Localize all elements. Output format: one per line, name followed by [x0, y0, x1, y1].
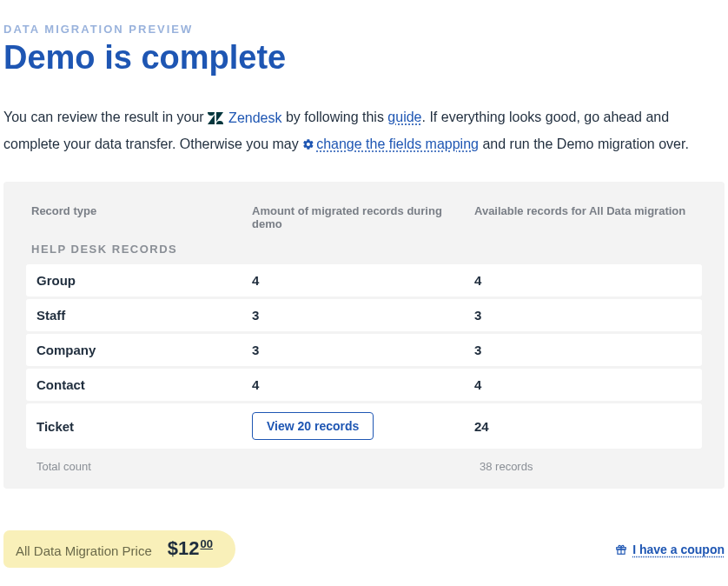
- price-value: $1200: [168, 537, 213, 560]
- coupon-link[interactable]: I have a coupon: [615, 543, 725, 556]
- desc-text-4: and run the Demo migration over.: [482, 137, 688, 151]
- table-row: Company33: [26, 334, 702, 366]
- description-paragraph: You can review the result in your Zendes…: [0, 97, 728, 178]
- price-currency: $: [168, 538, 178, 560]
- platform-link[interactable]: Zendesk: [228, 105, 281, 131]
- gift-icon: [615, 543, 627, 556]
- price-label: All Data Migration Price: [16, 543, 152, 558]
- row-amount: 3: [252, 308, 474, 323]
- table-header: Record type Amount of migrated records d…: [26, 201, 702, 243]
- table-row-ticket: Ticket View 20 records 24: [26, 403, 702, 449]
- guide-link[interactable]: guide: [387, 110, 421, 124]
- change-mapping-link[interactable]: change the fields mapping: [316, 137, 479, 151]
- total-row: Total count 38 records: [26, 451, 702, 473]
- platform-badge: Zendesk: [208, 105, 281, 131]
- price-cents: 00: [200, 537, 212, 550]
- row-type: Company: [31, 343, 252, 357]
- table-row: Staff33: [26, 299, 702, 331]
- row-available: 24: [474, 419, 697, 434]
- row-type: Contact: [31, 377, 252, 392]
- coupon-text: I have a coupon: [632, 543, 725, 556]
- row-amount: View 20 records: [252, 412, 474, 440]
- total-label: Total count: [36, 460, 257, 473]
- price-row: All Data Migration Price $1200 I have a …: [0, 530, 728, 567]
- desc-text-2: by following this: [286, 110, 384, 124]
- price-whole: 12: [178, 538, 199, 560]
- page-eyebrow: DATA MIGRATION PREVIEW: [0, 0, 728, 36]
- total-value: 38 records: [480, 460, 702, 473]
- table-row: Contact44: [26, 369, 702, 401]
- total-spacer: [257, 460, 480, 473]
- row-amount: 4: [252, 377, 474, 392]
- row-available: 3: [474, 343, 697, 357]
- section-label: HELP DESK RECORDS: [26, 243, 702, 264]
- header-amount: Amount of migrated records during demo: [252, 204, 474, 230]
- page-title: Demo is complete: [0, 36, 728, 97]
- row-amount: 4: [252, 273, 474, 288]
- price-chip: All Data Migration Price $1200: [3, 530, 235, 567]
- records-panel: Record type Amount of migrated records d…: [3, 182, 725, 489]
- desc-text-1: You can review the result in your: [3, 110, 204, 124]
- row-amount: 3: [252, 343, 474, 357]
- row-type: Group: [31, 273, 252, 288]
- row-type: Ticket: [31, 419, 252, 434]
- header-record-type: Record type: [31, 204, 252, 230]
- zendesk-icon: [208, 112, 223, 124]
- header-available: Available records for All Data migration: [474, 204, 702, 230]
- row-available: 3: [474, 308, 697, 323]
- row-available: 4: [474, 273, 697, 288]
- row-available: 4: [474, 377, 697, 392]
- table-row: Group44: [26, 264, 702, 296]
- row-type: Staff: [31, 308, 252, 323]
- view-records-button[interactable]: View 20 records: [252, 412, 374, 440]
- gear-icon: [302, 133, 314, 159]
